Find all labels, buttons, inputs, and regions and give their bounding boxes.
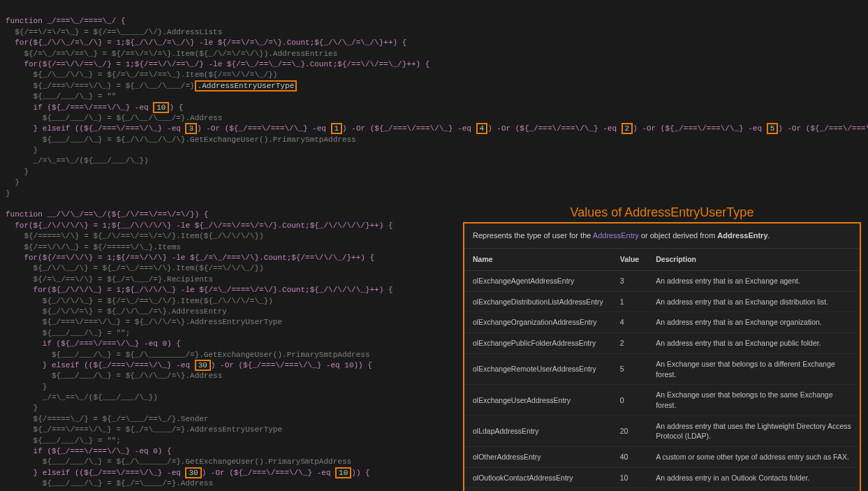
enum-desc: An Exchange user that belongs to the sam… (647, 385, 860, 416)
table-row: olExchangePublicFolderAddressEntry2An ad… (464, 333, 860, 354)
code-line: ${/=====\/\} = ${_/\/==\/==\/=\/}.Item($… (6, 232, 264, 240)
code-line: ${_/\/\/=\} = ${_/\/\__/=\}.AddressEntry (6, 307, 227, 316)
enum-value: 0 (612, 385, 647, 416)
table-row: olOtherAddressEntry40A custom or some ot… (464, 446, 860, 467)
enum-name: olExchangeRemoteUserAddressEntry (464, 353, 612, 384)
code-line: if (${_/===\/===\/\_} -eq 10) { (6, 102, 183, 113)
enum-name: olOutlookContactAddressEntry (464, 467, 612, 488)
table-row: olExchangeUserAddressEntry0An Exchange u… (464, 385, 860, 416)
code-line: } elseif ((${_/===\/===\/\_} -eq 3) -Or … (6, 123, 868, 134)
code-line: ${___/___/\_} = ${_/\/\__/\_/\}.GetExcha… (6, 135, 356, 144)
highlight-value: 30 (185, 467, 201, 478)
code-line: for(${/==\/\/\} = 1;${/==\/\/\} -le ${_/… (6, 254, 374, 262)
code-line: ${___/___/\_} = ${_/\/\__/=\}.Address (6, 372, 222, 380)
enum-value: 20 (612, 416, 647, 446)
panel-description: Represents the type of user for the Addr… (464, 223, 860, 249)
code-line: ${_/\/\__/\} = ${_/=\_/===\/\}.Item(${/=… (6, 264, 264, 272)
enum-name: olExchangeOrganizationAddressEntry (464, 312, 612, 333)
enum-desc: An address entry that is an Exchange pub… (647, 333, 860, 354)
table-row: olExchangeAgentAddressEntry3An address e… (464, 271, 860, 292)
enum-desc: An address entry that uses the Lightweig… (647, 416, 860, 446)
enum-value: 1 (612, 291, 647, 312)
enum-name: olExchangeUserAddressEntry (464, 385, 612, 416)
enum-name: olExchangePublicFolderAddressEntry (464, 333, 612, 354)
code-line: ${_/\/\/\_} = ${/=\_/==\_/\/}.Item(${_/\… (6, 297, 273, 305)
code-line: ${___/___/\_} = "" (6, 92, 116, 101)
code-line: } (6, 146, 38, 154)
enum-name: olExchangeAgentAddressEntry (464, 271, 612, 292)
enum-desc: A custom or some other type of address e… (647, 446, 860, 467)
code-line: } (6, 383, 47, 391)
code-line: } (6, 189, 10, 198)
code-line: ${___/___/\_} = ""; (6, 329, 130, 337)
highlight-value: 1 (331, 123, 343, 134)
enum-value: 10 (612, 467, 647, 488)
code-line: ${___/___/\_} = ${_/\______/=}.GetExchan… (6, 457, 351, 466)
enum-name: olOutlookDistributionListAddressEntry (464, 488, 612, 491)
enum-value: 2 (612, 333, 647, 354)
highlight-value: 30 (195, 360, 211, 371)
panel-title: Values of AddressEntryUserType (464, 204, 860, 221)
code-line: ${/=====\_/} = ${_/=\___/==\_/}.Sender (6, 415, 208, 423)
code-line: function _/===\_/====\_/ { (6, 17, 126, 25)
table-row: olOutlookContactAddressEntry10An address… (464, 467, 860, 488)
table-row: olOutlookDistributionListAddressEntry11A… (464, 488, 860, 491)
highlight-value: 2 (621, 123, 633, 134)
code-line: for(${/==\/\/==\_/} = 1;${/==\/\/==\_/} … (6, 60, 429, 68)
enum-value: 11 (612, 488, 647, 491)
enum-desc: An address entry that is an Outlook dist… (647, 488, 860, 491)
enum-desc: An Exchange user that belongs to a diffe… (647, 353, 860, 384)
code-line: ${_/===\/===\/\_} = ${_/\__/\___/=}.Addr… (6, 80, 297, 91)
code-line: _/=\_==\_/(${___/___/\_}) (6, 393, 158, 402)
code-line: ${___/___/\_} = ${_/\__/\___/=}.Address (6, 114, 222, 122)
code-line: ${/==\/\/\_} = ${/=====\/\_}.Items (6, 243, 181, 251)
reference-panel: Values of AddressEntryUserType Represent… (463, 222, 861, 491)
code-line: ${___/___/\_} = ${_/\________/=}.GetExch… (6, 351, 370, 359)
code-line: } (6, 168, 29, 176)
doc-link[interactable]: AddressEntry (593, 231, 639, 240)
enum-value: 40 (612, 446, 647, 467)
code-line: if (${_/===\/===\/\_} -eq 0) { (6, 339, 181, 348)
code-line: for(${_/\/\_/=\_/\} = 1;${_/\/\_/=\_/\} … (6, 38, 406, 47)
code-line: ${___/___/\_} = ${_/=\____/=}.Address (6, 479, 213, 488)
col-header-desc: Description (647, 249, 860, 270)
enum-value: 3 (612, 271, 647, 292)
code-line: ${_/===\/===\/\_} = ${_/\/\/=\}.AddressE… (6, 318, 282, 326)
table-row: olExchangeOrganizationAddressEntry4An ad… (464, 312, 860, 333)
table-row: olExchangeRemoteUserAddressEntry5An Exch… (464, 353, 860, 384)
code-line: } elseif ((${_/===\/===\/\_} -eq 30) -Or… (6, 467, 370, 478)
enum-value: 5 (612, 353, 647, 384)
enum-name: olOtherAddressEntry (464, 446, 612, 467)
code-line: ${/=\_/==\/==\_} = ${/==\/=\/=\}.Item(${… (6, 50, 337, 58)
enum-value: 4 (612, 312, 647, 333)
code-line: } (6, 178, 20, 186)
col-header-name: Name (464, 249, 612, 270)
enum-desc: An address entry in an Outlook Contacts … (647, 467, 860, 488)
highlight-value: 10 (153, 102, 169, 113)
enum-table: Name Value Description olExchangeAgentAd… (464, 249, 860, 491)
code-line: } elseif ((${_/===\/===\/\_} -eq 30) -Or… (6, 360, 372, 371)
code-line: ${_/===\/===\/\_} = ${_/=\____/=}.Addres… (6, 425, 282, 434)
code-line: ${/==\/=\/=\_} = ${/==\_____/\/}.Address… (6, 28, 222, 36)
enum-name: olLdapAddressEntry (464, 416, 612, 446)
highlight-property: .AddressEntryUserType (195, 80, 297, 91)
enum-desc: An address entry that is an Exchange dis… (647, 291, 860, 312)
highlight-value: 3 (185, 123, 197, 134)
highlight-value: 5 (767, 123, 779, 134)
code-line: _/=\_==\_/(${___/___/\_}) (6, 156, 149, 165)
highlight-value: 10 (335, 467, 351, 478)
code-line: } (6, 404, 38, 412)
enum-desc: An address entry that is an Exchange org… (647, 312, 860, 333)
highlight-value: 4 (476, 123, 488, 134)
enum-name: olExchangeDistributionListAddressEntry (464, 291, 612, 312)
table-row: olLdapAddressEntry20An address entry tha… (464, 416, 860, 446)
enum-desc: An address entry that is an Exchange age… (647, 271, 860, 292)
code-line: function __/\/\_/==\_/(${_/\/==\/==\/=\/… (6, 210, 208, 219)
code-line: for(${_/\/\/\/\} = 1;${__/\/\/\/\} -le $… (6, 221, 393, 230)
code-line: ${/=\_/==\/\} = ${_/=\___/=}.Recipients (6, 275, 213, 284)
table-row: olExchangeDistributionListAddressEntry1A… (464, 291, 860, 312)
code-line: for(${_/\/\/\_} = 1;${_/\/\/\_} -le ${/=… (6, 286, 393, 294)
col-header-value: Value (612, 249, 647, 270)
code-line: ${_/\__/\/\_} = ${/=\_/==\/==\_}.Item(${… (6, 71, 277, 79)
code-line: if (${_/===\/===\/\_} -eq 0) { (6, 447, 172, 455)
